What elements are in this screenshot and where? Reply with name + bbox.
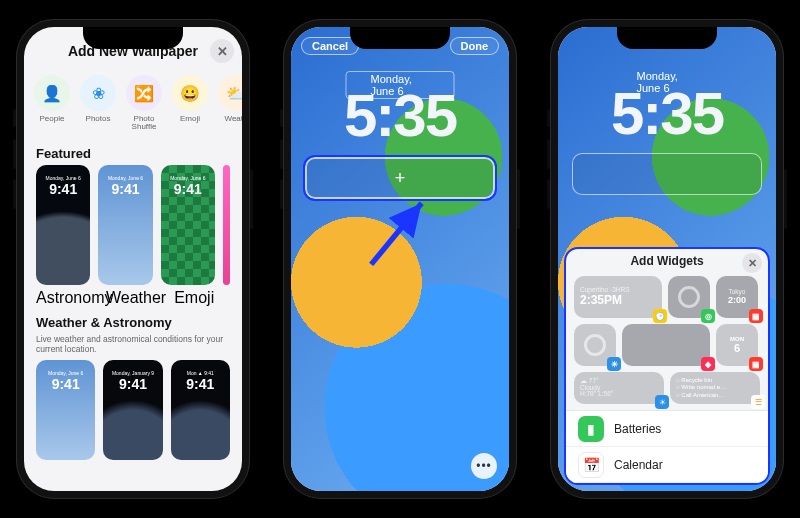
- featured-tiles: Monday, June 69:41 Monday, June 69:41 Mo…: [36, 165, 230, 285]
- app-list: ▮Batteries 📅Calendar: [566, 410, 768, 483]
- category-emoji[interactable]: 😀Emoji: [172, 75, 208, 132]
- tile-caption: Astronomy: [36, 289, 98, 307]
- category-photo-shuffle[interactable]: 🔀Photo Shuffle: [126, 75, 162, 132]
- app-item-calendar[interactable]: 📅Calendar: [566, 447, 768, 483]
- volume-down: [547, 179, 550, 209]
- tile-time: 9:41: [171, 376, 230, 392]
- calendar-icon: 📅: [578, 452, 604, 478]
- category-label: Photos: [86, 115, 111, 123]
- close-button[interactable]: ✕: [742, 253, 762, 273]
- wallpaper-tile-astronomy[interactable]: Monday, June 69:41: [36, 165, 90, 285]
- tile-caption: Weather: [106, 289, 166, 307]
- side-button: [250, 169, 253, 229]
- category-label: People: [40, 115, 65, 123]
- app-label: Calendar: [614, 458, 663, 472]
- reminder-item: ○ Call American…: [676, 392, 754, 400]
- reminder-item: ○ Recycle bin: [676, 377, 754, 385]
- widget-calendar-day[interactable]: MON6▦: [716, 324, 758, 366]
- app-item-batteries[interactable]: ▮Batteries: [566, 411, 768, 447]
- wallpaper-tile[interactable]: Monday, January 99:41: [103, 360, 162, 460]
- widget-reminders[interactable]: ○ Recycle bin ○ Write nomad e… ○ Call Am…: [670, 372, 760, 404]
- widget-time: 2:35PM: [580, 293, 656, 307]
- done-button[interactable]: Done: [450, 37, 500, 55]
- category-label: Emoji: [180, 115, 200, 123]
- plus-icon: +: [395, 168, 406, 189]
- app-icon: ◆: [701, 357, 715, 371]
- shuffle-icon: 🔀: [126, 75, 162, 111]
- section-subtitle: Live weather and astronomical conditions…: [36, 334, 230, 354]
- wallpaper-tile[interactable]: Mon ▲ 9:419:41: [171, 360, 230, 460]
- sheet-header: Add Widgets ✕: [566, 249, 768, 272]
- widget-slot[interactable]: [572, 153, 762, 195]
- notch: [350, 27, 450, 49]
- widget-blank[interactable]: ◆: [622, 324, 710, 366]
- silence-switch: [547, 109, 550, 127]
- category-label: Weath: [225, 115, 243, 123]
- widget-day: 6: [722, 342, 752, 354]
- widget-world-clock[interactable]: Cupertino -3HRS 2:35PM 🕑: [574, 276, 662, 318]
- app-label: Batteries: [614, 422, 661, 436]
- person-icon: 👤: [34, 75, 70, 111]
- reminder-item: ○ Write nomad e…: [676, 384, 754, 392]
- phone-add-wallpaper: Add New Wallpaper ✕ 👤People ❀Photos 🔀Pho…: [16, 19, 250, 499]
- volume-up: [547, 139, 550, 169]
- sheet-title: Add Widgets: [630, 254, 703, 268]
- reminders-icon: ☰: [751, 395, 765, 409]
- category-row: 👤People ❀Photos 🔀Photo Shuffle 😀Emoji ⛅W…: [24, 71, 242, 140]
- calendar-icon: ▦: [749, 357, 763, 371]
- svg-line-0: [371, 203, 421, 264]
- weather-astronomy-section: Weather & Astronomy Live weather and ast…: [24, 309, 242, 462]
- notch: [617, 27, 717, 49]
- screen: Monday, June 6 5:35 Add Widgets ✕ Cupert…: [558, 27, 776, 491]
- weather-astro-tiles: Monday, June 69:41 Monday, January 99:41…: [36, 360, 230, 460]
- photos-icon: ❀: [80, 75, 116, 111]
- wallpaper-tile-partial[interactable]: [223, 165, 230, 285]
- tile-time: 9:41: [36, 376, 95, 392]
- widget-time: 2:00: [722, 295, 752, 305]
- close-icon: ✕: [748, 257, 757, 270]
- category-people[interactable]: 👤People: [34, 75, 70, 132]
- side-button: [784, 169, 787, 229]
- annotation-arrow-icon: [355, 187, 445, 277]
- lockscreen-time[interactable]: 5:35: [291, 81, 509, 150]
- silence-switch: [280, 109, 283, 127]
- cancel-button[interactable]: Cancel: [301, 37, 359, 55]
- featured-section: Featured Monday, June 69:41 Monday, June…: [24, 140, 242, 309]
- volume-down: [280, 179, 283, 209]
- widget-weather[interactable]: ☁ 77° Cloudy H:78° L:56° ☀: [574, 372, 664, 404]
- weather-icon: ☀: [655, 395, 669, 409]
- close-icon: ✕: [217, 44, 228, 59]
- tile-time: 9:41: [98, 181, 152, 197]
- fitness-icon: ◎: [701, 309, 715, 323]
- tile-time: 9:41: [103, 376, 162, 392]
- widget-fitness-rings[interactable]: ◎: [668, 276, 710, 318]
- side-button: [517, 169, 520, 229]
- more-button[interactable]: •••: [471, 453, 497, 479]
- widget-ring[interactable]: ☀: [574, 324, 616, 366]
- tile-caption: Emoji: [174, 289, 230, 307]
- category-weather[interactable]: ⛅Weath: [218, 75, 242, 132]
- wallpaper-tile[interactable]: Monday, June 69:41: [36, 360, 95, 460]
- widget-world-clock-small[interactable]: Tokyo 2:00 ▦: [716, 276, 758, 318]
- weather-icon: ⛅: [218, 75, 242, 111]
- ring-icon: [584, 334, 606, 356]
- weather-icon: ☀: [607, 357, 621, 371]
- close-button[interactable]: ✕: [210, 39, 234, 63]
- tile-time: 9:41: [36, 181, 90, 197]
- category-photos[interactable]: ❀Photos: [80, 75, 116, 132]
- volume-up: [280, 139, 283, 169]
- emoji-icon: 😀: [172, 75, 208, 111]
- phone-add-widgets: Monday, June 6 5:35 Add Widgets ✕ Cupert…: [550, 19, 784, 499]
- tile-time: 9:41: [161, 181, 215, 197]
- wallpaper-tile-weather[interactable]: Monday, June 69:41: [98, 165, 152, 285]
- wallpaper-tile-emoji[interactable]: Monday, June 69:41: [161, 165, 215, 285]
- calendar-icon: ▦: [749, 309, 763, 323]
- battery-icon: ▮: [578, 416, 604, 442]
- clock-icon: 🕑: [653, 309, 667, 323]
- phone-edit-lockscreen: Cancel Done Monday, June 6 5:35 + •••: [283, 19, 517, 499]
- lockscreen-time: 5:35: [558, 79, 776, 148]
- category-label: Photo Shuffle: [126, 115, 162, 132]
- section-title: Featured: [36, 146, 230, 161]
- ellipsis-icon: •••: [476, 459, 492, 473]
- silence-switch: [13, 109, 16, 127]
